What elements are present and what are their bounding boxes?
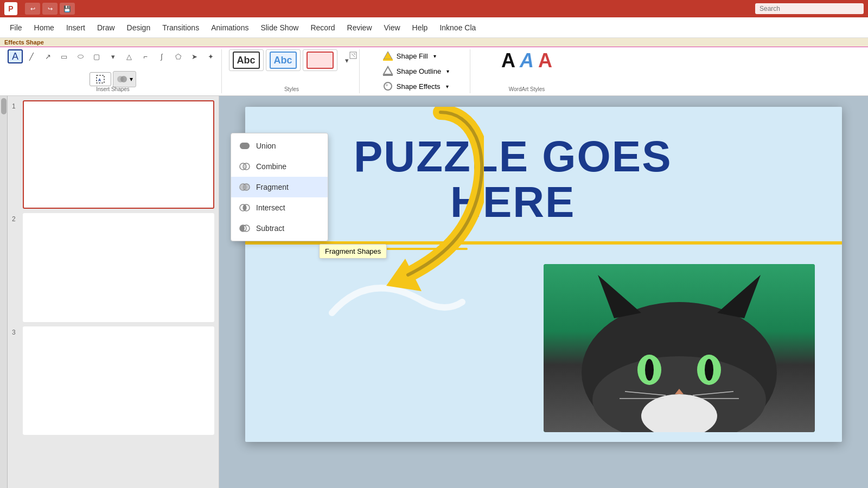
- menu-review[interactable]: Review: [342, 21, 378, 34]
- merge-dropdown-arrow: ▾: [130, 75, 133, 83]
- ribbon-insert-shapes: A ╱ ↗ ▭ ⬭ ▢ ▾ △ ⌐ ∫ ⬠ ➤ ✦ A: [4, 49, 222, 93]
- style-btn-red[interactable]: [303, 49, 337, 71]
- style-btn-blue[interactable]: Abc: [266, 49, 301, 71]
- rect-tool[interactable]: ▭: [56, 49, 72, 63]
- slide-2-preview[interactable]: [23, 213, 214, 322]
- union-icon: [239, 140, 251, 152]
- cat-face: [544, 264, 815, 432]
- text-box-tool[interactable]: A: [8, 49, 23, 63]
- combine-label: Combine: [256, 162, 286, 171]
- shape-tools: A ╱ ↗ ▭ ⬭ ▢ ▾ △ ⌐ ∫ ⬠ ➤ ✦: [8, 49, 218, 63]
- merge-shapes-button[interactable]: ▾: [113, 71, 136, 87]
- star-tool[interactable]: ✦: [203, 49, 218, 63]
- shape-fill-btn[interactable]: Shape Fill ▾: [380, 49, 451, 62]
- menu-inknoe[interactable]: Inknoe Cla: [434, 21, 481, 34]
- shape-effects-btn[interactable]: Shape Effects ▾: [380, 80, 451, 93]
- ribbon-wordart: A A A WordArt Styles: [473, 49, 581, 93]
- shape-effects-icon: [382, 81, 393, 92]
- shape-fill-icon: [382, 50, 393, 61]
- contextual-tab: Effects Shape: [0, 38, 868, 47]
- subtract-label: Subtract: [256, 224, 284, 233]
- scroll-thumb[interactable]: [1, 98, 7, 114]
- menu-design[interactable]: Design: [122, 21, 156, 34]
- wordart-label: WordArt Styles: [509, 86, 545, 92]
- fragment-tooltip: Fragment Shapes: [319, 244, 387, 259]
- more-shapes-btn[interactable]: ▾: [105, 49, 120, 63]
- menu-help[interactable]: Help: [407, 21, 433, 34]
- shape-fill-arrow: ▾: [433, 53, 436, 59]
- slide-1-preview[interactable]: PUZZLE GOESHERE: [23, 100, 214, 209]
- intersect-label: Intersect: [256, 203, 285, 212]
- slide-3-content: [24, 328, 213, 434]
- arrow-line-tool[interactable]: ↗: [40, 49, 55, 63]
- dropdown-subtract[interactable]: Subtract: [231, 218, 328, 239]
- style-tools: Abc Abc ▾: [229, 49, 355, 71]
- menu-view[interactable]: View: [379, 21, 406, 34]
- svg-point-18: [705, 359, 713, 381]
- insert-shapes-label: Insert Shapes: [96, 86, 130, 92]
- undo-button[interactable]: ↩: [25, 3, 40, 15]
- chevron-tool[interactable]: ➤: [187, 49, 202, 63]
- dropdown-combine[interactable]: Combine: [231, 156, 328, 177]
- dropdown-union[interactable]: Union: [231, 136, 328, 156]
- triangle-tool[interactable]: △: [122, 49, 137, 63]
- line-tool[interactable]: ╱: [24, 49, 39, 63]
- slide-2-content: [24, 214, 213, 320]
- vertical-scrollbar[interactable]: [0, 96, 8, 488]
- shape-outline-btn[interactable]: Shape Outline ▾: [380, 65, 451, 78]
- menu-slideshow[interactable]: Slide Show: [255, 21, 304, 34]
- svg-rect-5: [383, 59, 393, 61]
- expand-styles-btn[interactable]: [349, 52, 357, 61]
- oval-tool[interactable]: ⬭: [73, 49, 88, 63]
- s-curve-tool[interactable]: ∫: [154, 49, 169, 63]
- slide-canvas[interactable]: PUZZLE GOES HERE: [245, 107, 842, 442]
- dropdown-intersect[interactable]: Intersect: [231, 197, 328, 218]
- menu-animations[interactable]: Animations: [206, 21, 254, 34]
- combine-icon: [239, 160, 251, 172]
- slide-1-thumb: 1 PUZZLE GOESHERE: [12, 100, 214, 209]
- shape-outline-arrow: ▾: [446, 68, 449, 74]
- svg-marker-12: [598, 275, 641, 318]
- menu-home[interactable]: Home: [29, 21, 60, 34]
- slide-3-thumb: 3: [12, 326, 214, 435]
- search-input[interactable]: [755, 3, 864, 14]
- menu-bar: File Home Insert Draw Design Transitions…: [0, 17, 868, 38]
- title-bar-nav: ↩ ↪ 💾: [25, 3, 75, 15]
- ribbon: A ╱ ↗ ▭ ⬭ ▢ ▾ △ ⌐ ∫ ⬠ ➤ ✦ A: [0, 47, 868, 96]
- menu-draw[interactable]: Draw: [92, 21, 120, 34]
- menu-insert[interactable]: Insert: [61, 21, 91, 34]
- slide-2-thumb: 2: [12, 213, 214, 322]
- bent-tool[interactable]: ⌐: [138, 49, 153, 63]
- shape-format-buttons: Shape Fill ▾ Shape Outline ▾: [375, 49, 457, 93]
- pentagon-tool[interactable]: ⬠: [170, 49, 186, 63]
- slide-3-num: 3: [12, 326, 20, 336]
- svg-point-17: [645, 359, 654, 381]
- slide-panel-container: 1 PUZZLE GOESHERE 2: [0, 96, 219, 488]
- title-bar: P ↩ ↪ 💾: [0, 0, 868, 17]
- redo-button[interactable]: ↪: [42, 3, 58, 15]
- menu-transitions[interactable]: Transitions: [157, 21, 205, 34]
- svg-point-7: [384, 82, 392, 90]
- slide-1-inner: PUZZLE GOESHERE: [24, 101, 213, 208]
- cat-svg: [544, 264, 815, 432]
- style-btn-1-label: Abc: [273, 55, 292, 66]
- wordart-black[interactable]: A: [501, 49, 515, 72]
- slide-3-preview[interactable]: [23, 326, 214, 435]
- dropdown-fragment[interactable]: Fragment: [231, 177, 328, 197]
- select-all-tool[interactable]: A: [90, 72, 111, 86]
- select-icon: A: [95, 74, 105, 84]
- ribbon-styles: Abc Abc ▾ Styles: [224, 49, 360, 93]
- style-btn-outlined[interactable]: Abc: [229, 49, 264, 71]
- canvas-cat-image: [544, 264, 815, 432]
- rounded-rect-tool[interactable]: ▢: [89, 49, 104, 63]
- save-button[interactable]: 💾: [60, 3, 75, 15]
- menu-record[interactable]: Record: [305, 21, 340, 34]
- slide-panel: 1 PUZZLE GOESHERE 2: [8, 96, 219, 488]
- menu-file[interactable]: File: [4, 21, 28, 34]
- shape-outline-label: Shape Outline: [397, 67, 441, 75]
- slide-3-inner: [24, 328, 213, 434]
- wordart-red[interactable]: A: [538, 49, 552, 72]
- svg-point-8: [386, 84, 388, 86]
- wordart-blue[interactable]: A: [520, 49, 534, 72]
- union-label: Union: [256, 142, 276, 150]
